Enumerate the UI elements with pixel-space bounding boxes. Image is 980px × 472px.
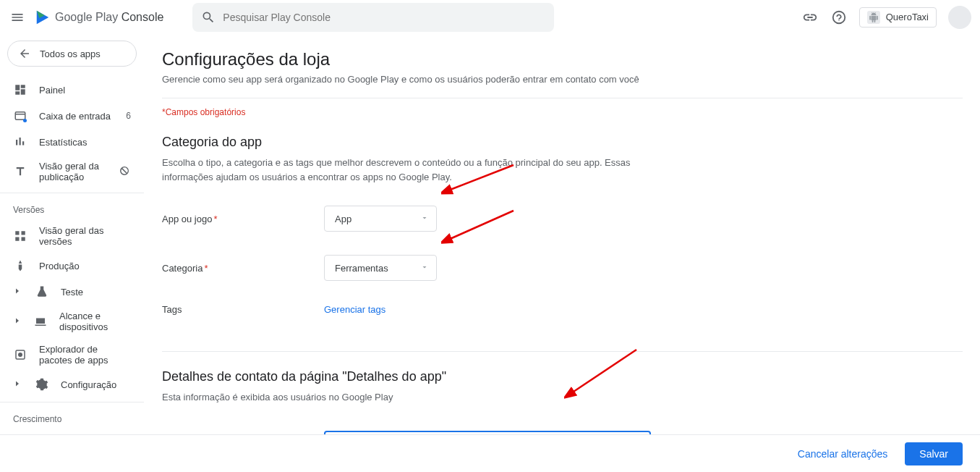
logo[interactable]: Google Play Console: [35, 9, 163, 25]
devices-icon: [33, 314, 48, 329]
svg-rect-4: [22, 231, 25, 235]
section-contact-title: Detalhes de contato da página "Detalhes …: [162, 369, 963, 384]
caret-down-icon: [420, 214, 429, 224]
sidebar-item-stats[interactable]: Estatísticas: [0, 129, 144, 155]
inbox-icon: [13, 109, 27, 123]
select-value: App: [335, 214, 351, 224]
logo-text: Google Play Console: [55, 11, 163, 24]
sidebar-item-painel[interactable]: Painel: [0, 77, 144, 103]
back-label: Todos os apps: [40, 49, 101, 59]
chevron-right-icon: [13, 316, 22, 327]
stats-icon: [13, 135, 27, 149]
divider: [162, 351, 963, 352]
nav-label: Estatísticas: [39, 137, 87, 148]
package-icon: [13, 347, 27, 362]
required-fields-note: *Campos obrigatórios: [162, 107, 963, 117]
category-label: Categoria*: [162, 263, 324, 274]
chevron-right-icon: [13, 379, 23, 390]
nav-label: Visão geral da publicação: [39, 161, 106, 182]
header-actions: QueroTaxi: [801, 6, 971, 29]
search-box[interactable]: [192, 3, 554, 32]
app-selector[interactable]: QueroTaxi: [859, 7, 937, 28]
category-select[interactable]: Ferramentas: [324, 255, 437, 281]
nav-label: Explorador de pacotes de apps: [39, 344, 131, 366]
svg-rect-5: [15, 237, 19, 241]
chevron-right-icon: [13, 287, 23, 298]
nav-label: Visão geral das versões: [39, 225, 131, 247]
help-icon[interactable]: [830, 9, 848, 26]
manage-tags-link[interactable]: Gerenciar tags: [324, 304, 385, 315]
publish-icon: [13, 164, 27, 179]
nav-label: Painel: [39, 85, 65, 96]
svg-rect-3: [15, 231, 19, 235]
nav-label: Produção: [39, 261, 80, 271]
nav-label: Teste: [61, 287, 83, 298]
dashboard-icon: [13, 83, 27, 97]
app-name: QueroTaxi: [886, 12, 929, 22]
sidebar-item-testing[interactable]: Teste: [0, 279, 144, 305]
arrow-left-icon: [18, 47, 31, 60]
tags-label: Tags: [162, 304, 324, 315]
nav-label: Alcance e dispositivos: [59, 311, 131, 332]
sidebar-item-inbox[interactable]: Caixa de entrada 6: [0, 103, 144, 129]
play-console-logo-icon: [35, 9, 51, 25]
divider: [162, 98, 963, 98]
search-icon: [201, 10, 216, 25]
page-subtitle: Gerencie como seu app será organizado no…: [162, 74, 963, 85]
page-title: Configurações da loja: [162, 49, 963, 69]
main-content: Configurações da loja Gerencie como seu …: [145, 35, 980, 434]
android-icon: [867, 11, 880, 24]
sidebar-item-versions-overview[interactable]: Visão geral das versões: [0, 219, 144, 253]
app-header: Google Play Console QueroTaxi: [0, 0, 980, 35]
section-crescimento: Crescimento: [0, 407, 144, 429]
section-category-title: Categoria do app: [162, 135, 963, 150]
svg-rect-6: [22, 237, 25, 241]
app-or-game-label: App ou jogo*: [162, 214, 324, 224]
section-versoes: Versões: [0, 198, 144, 219]
rocket-icon: [13, 258, 27, 273]
nav-label: Caixa de entrada: [39, 111, 111, 122]
section-category-desc: Escolha o tipo, a categoria e as tags qu…: [162, 156, 683, 184]
sidebar-item-publishing[interactable]: Visão geral da publicação: [0, 155, 144, 188]
link-icon[interactable]: [801, 9, 819, 26]
sidebar-item-production[interactable]: Produção: [0, 253, 144, 279]
user-avatar[interactable]: [948, 6, 971, 29]
svg-point-8: [19, 353, 22, 357]
sidebar-item-reach[interactable]: Alcance e dispositivos: [0, 305, 144, 338]
search-input[interactable]: [223, 12, 545, 23]
strike-icon: [118, 164, 131, 180]
back-all-apps[interactable]: Todos os apps: [7, 41, 137, 67]
section-contact-desc: Esta informação é exibida aos usuários n…: [162, 390, 683, 405]
select-value: Ferramentas: [335, 263, 388, 274]
app-or-game-select[interactable]: App: [324, 206, 437, 232]
hamburger-menu-icon[interactable]: [9, 9, 26, 26]
flask-icon: [35, 285, 49, 299]
sidebar: Todos os apps Painel Caixa de entrada 6 …: [0, 35, 145, 434]
gear-icon: [35, 377, 49, 392]
inbox-badge: 6: [126, 111, 131, 121]
sidebar-item-setup[interactable]: Configuração: [0, 371, 144, 397]
sidebar-item-store-presence[interactable]: Presença na loja: [0, 429, 144, 434]
caret-down-icon: [420, 263, 429, 274]
sidebar-item-bundle-explorer[interactable]: Explorador de pacotes de apps: [0, 338, 144, 371]
grid-icon: [13, 229, 27, 243]
nav-label: Configuração: [61, 379, 116, 390]
